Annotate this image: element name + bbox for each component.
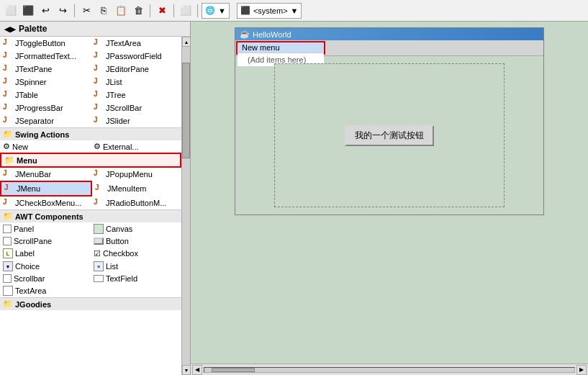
jtree-icon: J [94, 90, 104, 100]
ide-test-button[interactable]: 我的一个测试按钮 [345, 125, 434, 146]
palette-item-jradiobuttonm[interactable]: J JRadioButtonM... [91, 196, 181, 209]
palette-item-jslider[interactable]: J JSlider [91, 114, 181, 127]
textarea-icon [3, 286, 13, 296]
palette-item-jmenuitem[interactable]: J JMenuItem [92, 182, 181, 195]
palette-item-jpopupmenu[interactable]: J JPopupMenu [91, 168, 181, 181]
palette-scrollbar: ▲ ▼ [181, 37, 190, 375]
palette-item-textfield[interactable]: TextField [91, 273, 181, 284]
ide-title-text: HelloWorld [253, 30, 291, 39]
toolbar-btn-redo[interactable]: ↪ [55, 3, 71, 19]
list-label: List [106, 262, 118, 271]
jslider-icon: J [94, 116, 104, 126]
system-dropdown[interactable]: ⬛ <system> ▼ [237, 3, 302, 19]
jeditorpane-label: JEditorPane [106, 65, 149, 73]
palette-item-list[interactable]: ≡ List [91, 260, 181, 273]
toolbar-btn-cut[interactable]: ✂ [78, 3, 94, 19]
ide-new-menu-label: New menu [242, 43, 280, 52]
canvas-icon [94, 224, 104, 234]
palette-item-jspinner[interactable]: J JSpinner [0, 76, 91, 89]
palette-item-jscrollbar[interactable]: J JScrollBar [91, 101, 181, 114]
palette-item-checkbox[interactable]: ☑ Checkbox [91, 248, 181, 260]
palette-item-canvas[interactable]: Canvas [91, 222, 181, 235]
palette-item-jlist[interactable]: J JList [91, 76, 181, 89]
jformattedtext-icon: J [3, 51, 13, 61]
palette-item-external[interactable]: ⚙ External... [91, 140, 181, 153]
palette-item-label[interactable]: L Label [0, 247, 91, 260]
palette-content[interactable]: J JToggleButton J JTextArea J JFormatted… [0, 37, 181, 375]
scroll-track [182, 47, 190, 365]
awt-title: AWT Components [15, 212, 83, 221]
scroll-up-btn[interactable]: ▲ [182, 37, 190, 47]
jpopupmenu-icon: J [94, 169, 104, 179]
palette-row-7: J JSeparator J JSlider [0, 114, 181, 127]
palette-item-jseparator[interactable]: J JSeparator [0, 114, 91, 127]
palette-row-textarea: TextArea [0, 284, 181, 297]
toolbar-btn-2[interactable]: ⬛ [20, 3, 36, 19]
panel-label: Panel [14, 225, 34, 233]
scrollpane-icon [3, 237, 12, 245]
swing-actions-title: Swing Actions [15, 130, 69, 139]
jlist-label: JList [106, 78, 122, 86]
toolbar-btn-copy[interactable]: ⎘ [96, 3, 112, 19]
palette-row-choice: ▼ Choice ≡ List [0, 260, 181, 273]
scroll-right-btn[interactable]: ▶ [576, 365, 587, 375]
ide-window-title: ☕ HelloWorld [235, 28, 543, 40]
toolbar-btn-undo[interactable]: ↩ [37, 3, 53, 19]
palette-row-2: J JFormattedText... J JPasswordField [0, 50, 181, 63]
globe-icon: 🌐 [205, 6, 215, 15]
palette-item-panel[interactable]: Panel [0, 223, 91, 235]
ide-new-menu-item[interactable]: New menu [238, 42, 324, 53]
ide-title-icon: ☕ [240, 30, 250, 39]
jtree-label: JTree [106, 91, 126, 99]
ide-test-button-label: 我的一个测试按钮 [355, 130, 424, 140]
palette-item-jtextpane[interactable]: J JTextPane [0, 63, 91, 76]
palette-item-choice[interactable]: ▼ Choice [0, 260, 91, 273]
jtextarea-icon: J [94, 38, 104, 48]
toolbar-btn-paste[interactable]: 📋 [113, 3, 129, 19]
new-label: New [12, 143, 28, 151]
ide-menubar: New menu (Add items here) [235, 40, 543, 56]
palette-item-jpasswordfield[interactable]: J JPasswordField [91, 50, 181, 63]
palette-item-scrollpane[interactable]: ScrollPane [0, 235, 91, 247]
system-icon: ⬛ [240, 6, 250, 15]
palette-item-textarea[interactable]: TextArea [0, 284, 91, 297]
palette-item-jtable[interactable]: J JTable [0, 89, 91, 101]
menu-folder-icon: 📁 [4, 155, 14, 165]
toolbar-sep-1 [74, 4, 75, 17]
palette-item-jprogressbar[interactable]: J JProgressBar [0, 101, 91, 114]
palette-item-jtogglebutton[interactable]: J JToggleButton [0, 37, 91, 50]
jseparator-icon: J [3, 116, 13, 126]
palette-item-jeditorpane[interactable]: J JEditorPane [91, 63, 181, 76]
palette-item-jcheckboxmenu[interactable]: J JCheckBoxMenu... [0, 196, 91, 209]
palette-item-jmenubar[interactable]: J JMenuBar [0, 168, 91, 181]
toolbar-sep-2 [150, 4, 150, 17]
system-label: <system> [253, 6, 288, 15]
section-menu: 📁 Menu [0, 153, 181, 168]
jmenubar-icon: J [3, 169, 13, 179]
jtogglebutton-icon: J [3, 38, 13, 48]
palette-item-button[interactable]: Button [91, 235, 181, 247]
palette-item-new[interactable]: ⚙ New [0, 140, 91, 153]
choice-icon: ▼ [3, 261, 13, 271]
palette-item-scrollbar[interactable]: Scrollbar [0, 273, 91, 284]
ide-content[interactable]: 我的一个测试按钮 [235, 56, 543, 214]
toolbar-btn-extra[interactable]: ⬜ [178, 3, 194, 19]
toolbar-btn-1[interactable]: ⬜ [3, 3, 19, 19]
palette-item-jtextarea[interactable]: J JTextArea [91, 37, 181, 50]
toolbar-btn-close[interactable]: ✖ [154, 3, 170, 19]
palette-item-jformattedtext[interactable]: J JFormattedText... [0, 50, 91, 63]
palette-item-jmenu[interactable]: J JMenu [0, 181, 92, 196]
scroll-left-btn[interactable]: ◀ [192, 365, 202, 375]
jgoodies-folder-icon: 📁 [3, 299, 13, 309]
scroll-down-btn[interactable]: ▼ [182, 365, 190, 375]
hscroll-thumb [212, 368, 255, 372]
globe-dropdown[interactable]: 🌐 ▼ [202, 3, 230, 19]
jpasswordfield-icon: J [94, 51, 104, 61]
palette-item-jtree[interactable]: J JTree [91, 89, 181, 101]
palette-panel: ◀▶ Palette J JToggleButton J JTextArea [0, 22, 191, 375]
design-canvas[interactable]: ☕ HelloWorld New menu (Add items here) [196, 27, 582, 369]
jtextpane-icon: J [3, 64, 13, 74]
palette-row-scrollbar: Scrollbar TextField [0, 273, 181, 284]
toolbar-btn-delete[interactable]: 🗑 [130, 3, 146, 19]
jmenu-label: JMenu [17, 184, 40, 193]
